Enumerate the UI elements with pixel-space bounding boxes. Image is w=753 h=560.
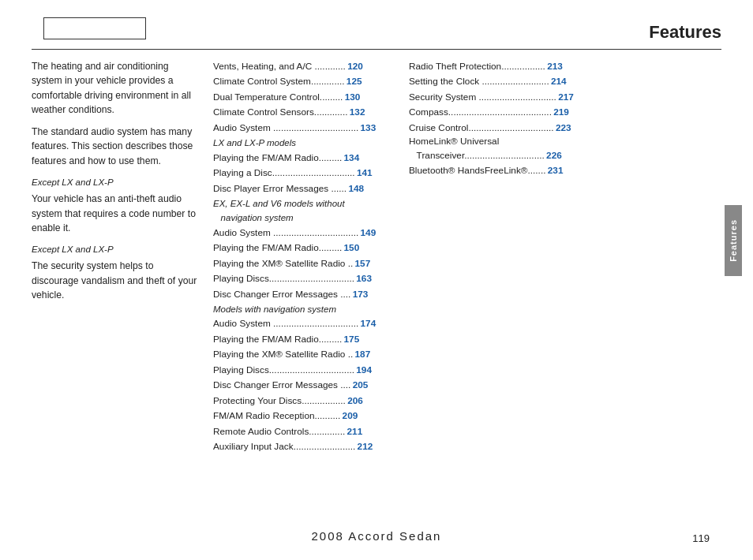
- toc-row: Playing the FM/AM Radio......... 134: [213, 151, 401, 166]
- section-divider: [32, 49, 721, 50]
- left-column: The heating and air conditioning system …: [32, 59, 213, 513]
- toc-row: FM/AM Radio Reception.......... 209: [213, 409, 401, 424]
- footer-title: 2008 Accord Sedan: [312, 529, 442, 543]
- page-section-heading: Features: [649, 22, 721, 43]
- toc-row: Playing Discs...........................…: [213, 271, 401, 286]
- except-label-1: Except LX and LX-P: [32, 176, 199, 189]
- section-side-tab: Features: [725, 205, 742, 276]
- toc-row: Radio Theft Protection................. …: [409, 59, 575, 74]
- toc-section-label: Models with navigation system: [213, 302, 401, 316]
- toc-row: Auxiliary Input Jack....................…: [213, 439, 401, 454]
- toc-section-label: LX and LX-P models: [213, 136, 401, 150]
- intro-paragraph-2: The standard audio system has many featu…: [32, 125, 199, 168]
- toc-row: HomeLink® Universal: [409, 136, 575, 147]
- page-footer: 2008 Accord Sedan: [0, 529, 753, 544]
- toc-row: Transceiver.............................…: [409, 148, 575, 163]
- toc-row: Protecting Your Discs................. 2…: [213, 394, 401, 409]
- toc-row: Audio System ...........................…: [213, 226, 401, 241]
- toc-row: Compass.................................…: [409, 105, 575, 120]
- except-text-2: The security system helps to discourage …: [32, 259, 199, 302]
- toc-row: Bluetooth® HandsFreeLink®....... 231: [409, 163, 575, 178]
- toc-row: Disc Player Error Messages ...... 148: [213, 181, 401, 196]
- toc-section-label: EX, EX-L and V6 models without navigatio…: [213, 196, 401, 226]
- toc-row: Security System ........................…: [409, 90, 575, 105]
- except-label-2: Except LX and LX-P: [32, 243, 199, 256]
- toc-row: Playing the XM® Satellite Radio .. 187: [213, 347, 401, 362]
- toc-row: Audio System ...........................…: [213, 316, 401, 331]
- toc-row: Vents, Heating, and A/C ............ 120: [213, 59, 401, 74]
- toc-row: Audio System ...........................…: [213, 121, 401, 136]
- middle-toc-column: Vents, Heating, and A/C ............ 120…: [213, 59, 409, 513]
- toc-row: Playing the XM® Satellite Radio .. 157: [213, 256, 401, 271]
- content-area: The heating and air conditioning system …: [32, 59, 721, 513]
- toc-row: Climate Control Sensors............. 132: [213, 105, 401, 120]
- page-container: Features The heating and air conditionin…: [0, 0, 753, 560]
- intro-paragraph-1: The heating and air conditioning system …: [32, 59, 199, 117]
- toc-row: Playing the FM/AM Radio......... 150: [213, 241, 401, 256]
- toc-row: Remote Audio Controls.............. 211: [213, 424, 401, 439]
- toc-row: Setting the Clock ......................…: [409, 74, 575, 89]
- toc-row: Disc Changer Error Messages .... 205: [213, 378, 401, 393]
- toc-row: Cruise Control..........................…: [409, 121, 575, 136]
- section-except-lx-1: Except LX and LX-P Your vehicle has an a…: [32, 176, 199, 235]
- except-text-1: Your vehicle has an anti-theft audio sys…: [32, 192, 199, 235]
- section-except-lx-2: Except LX and LX-P The security system h…: [32, 243, 199, 302]
- toc-row: Dual Temperature Control......... 130: [213, 90, 401, 105]
- toc-row: Playing a Disc..........................…: [213, 166, 401, 181]
- right-toc-column: Radio Theft Protection................. …: [409, 59, 575, 513]
- toc-row: Playing the FM/AM Radio......... 175: [213, 332, 401, 347]
- page-number: 119: [692, 532, 710, 544]
- toc-row: Playing Discs...........................…: [213, 363, 401, 378]
- toc-row: Disc Changer Error Messages .... 173: [213, 287, 401, 302]
- side-tab-label: Features: [729, 219, 738, 262]
- toc-row: Climate Control System............. 125: [213, 74, 401, 89]
- logo-box: [43, 17, 146, 39]
